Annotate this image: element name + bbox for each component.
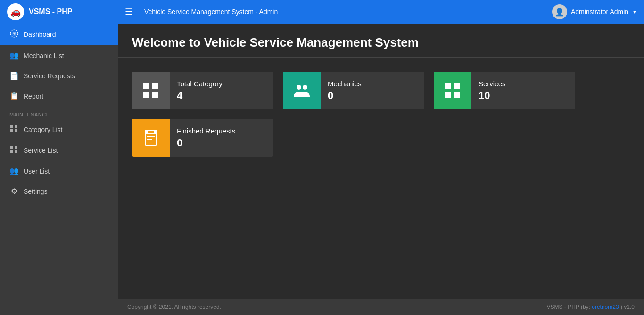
page-title: Welcome to Vehicle Service Management Sy…	[132, 35, 630, 50]
sidebar-label-dashboard: Dashboard	[24, 31, 56, 38]
footer-credit-prefix: VSMS - PHP (by:	[546, 304, 592, 310]
sidebar-item-user-list[interactable]: 👥 User List	[0, 161, 118, 181]
user-menu[interactable]: 👤 Adminstrator Admin ▼	[552, 4, 637, 19]
content-header: Welcome to Vehicle Service Management Sy…	[118, 24, 644, 58]
main-content: Welcome to Vehicle Service Management Sy…	[118, 24, 644, 315]
sidebar-label-mechanic-list: Mechanic List	[24, 52, 64, 59]
mechanic-list-icon: 👥	[9, 51, 19, 60]
svg-rect-11	[152, 83, 158, 89]
sidebar-label-report: Report	[24, 92, 43, 100]
sidebar-item-category-list[interactable]: Category List	[0, 119, 118, 140]
services-info: Services 10	[471, 75, 513, 107]
mechanics-icon-box	[283, 72, 321, 109]
footer-credit-suffix: ) v1.0	[619, 304, 635, 310]
mechanics-label: Mechanics	[328, 80, 362, 88]
finished-requests-label: Finished Requests	[177, 127, 235, 135]
stat-card-finished-requests[interactable]: Finished Requests 0	[132, 119, 273, 157]
brand-logo: 🚗	[7, 3, 24, 20]
svg-point-15	[303, 85, 307, 90]
svg-rect-7	[15, 146, 17, 149]
svg-rect-18	[445, 92, 451, 98]
svg-rect-8	[10, 150, 13, 153]
svg-rect-13	[152, 92, 158, 98]
svg-rect-2	[10, 125, 13, 128]
total-category-icon-box	[132, 72, 170, 109]
footer: Copyright © 2021. All rights reserved. V…	[118, 299, 644, 315]
brand-section: 🚗 VSMS - PHP	[7, 3, 125, 20]
svg-rect-10	[143, 83, 149, 89]
report-icon: 📋	[9, 91, 19, 100]
finished-requests-value: 0	[177, 137, 235, 149]
sidebar-label-category-list: Category List	[24, 126, 62, 133]
settings-icon: ⚙	[9, 187, 19, 196]
sidebar-item-settings[interactable]: ⚙ Settings	[0, 181, 118, 201]
services-value: 10	[479, 90, 506, 102]
footer-credit: VSMS - PHP (by: oretnom23 ) v1.0	[546, 304, 635, 310]
main-wrapper: ⊞ Dashboard 👥 Mechanic List 📄 Service Re…	[0, 24, 644, 315]
stat-card-mechanics[interactable]: Mechanics 0	[283, 72, 424, 109]
user-dropdown-arrow: ▼	[632, 9, 637, 15]
mechanics-info: Mechanics 0	[321, 75, 369, 107]
sidebar-label-settings: Settings	[24, 188, 48, 195]
maintenance-section-label: Maintenance	[0, 106, 118, 119]
system-title: Vehicle Service Management System - Admi…	[140, 8, 552, 16]
total-category-value: 4	[177, 90, 223, 102]
svg-rect-24	[145, 131, 148, 134]
svg-rect-3	[15, 125, 17, 128]
sidebar: ⊞ Dashboard 👥 Mechanic List 📄 Service Re…	[0, 24, 118, 315]
brand-name: VSMS - PHP	[29, 8, 72, 16]
svg-rect-12	[143, 92, 149, 98]
sidebar-item-report[interactable]: 📋 Report	[0, 86, 118, 106]
avatar: 👤	[552, 4, 567, 19]
svg-rect-6	[10, 146, 13, 149]
user-name: Adminstrator Admin	[571, 8, 628, 16]
category-list-icon	[9, 125, 19, 134]
finished-requests-info: Finished Requests 0	[170, 122, 242, 154]
svg-rect-16	[445, 83, 451, 89]
user-list-icon: 👥	[9, 166, 19, 175]
services-label: Services	[479, 80, 506, 88]
footer-author-link[interactable]: oretnom23	[592, 304, 619, 310]
stat-card-services[interactable]: Services 10	[434, 72, 575, 109]
svg-rect-4	[10, 129, 13, 132]
sidebar-label-user-list: User List	[24, 167, 50, 175]
mechanics-value: 0	[328, 90, 362, 102]
stat-card-total-category[interactable]: Total Category 4	[132, 72, 273, 109]
sidebar-item-service-requests[interactable]: 📄 Service Requests	[0, 66, 118, 86]
finished-requests-icon-box	[132, 119, 170, 157]
sidebar-label-service-requests: Service Requests	[24, 72, 75, 80]
sidebar-item-mechanic-list[interactable]: 👥 Mechanic List	[0, 45, 118, 66]
service-list-icon	[9, 146, 19, 155]
footer-copyright: Copyright © 2021. All rights reserved.	[127, 304, 221, 310]
total-category-label: Total Category	[177, 80, 223, 88]
svg-rect-17	[454, 83, 460, 89]
svg-point-14	[297, 85, 301, 90]
dashboard-icon: ⊞	[9, 29, 19, 40]
service-requests-icon: 📄	[9, 71, 19, 80]
total-category-info: Total Category 4	[170, 75, 230, 107]
svg-rect-9	[15, 150, 17, 153]
sidebar-item-dashboard[interactable]: ⊞ Dashboard	[0, 24, 118, 45]
svg-rect-19	[454, 92, 460, 98]
svg-rect-25	[154, 131, 157, 134]
sidebar-item-service-list[interactable]: Service List	[0, 140, 118, 161]
sidebar-toggle-button[interactable]: ☰	[125, 7, 132, 17]
content-body: Total Category 4 Mechanics	[118, 58, 644, 299]
top-navbar: 🚗 VSMS - PHP ☰ Vehicle Service Managemen…	[0, 0, 644, 24]
stats-row: Total Category 4 Mechanics	[132, 72, 630, 157]
svg-text:⊞: ⊞	[12, 31, 16, 36]
svg-rect-5	[15, 129, 17, 132]
sidebar-label-service-list: Service List	[24, 147, 58, 154]
services-icon-box	[434, 72, 471, 109]
